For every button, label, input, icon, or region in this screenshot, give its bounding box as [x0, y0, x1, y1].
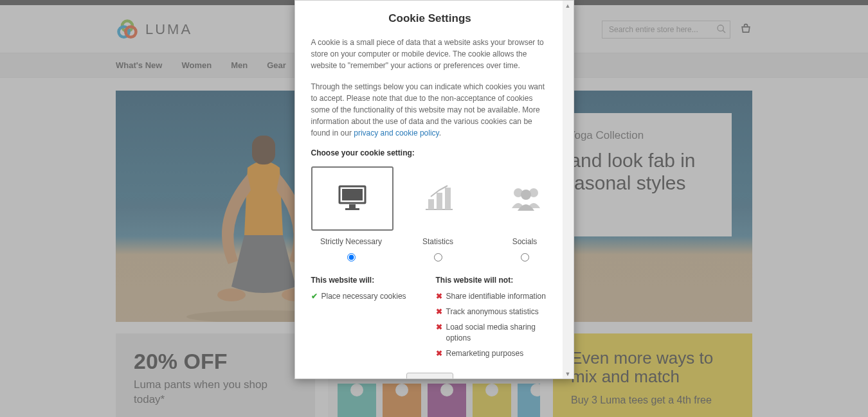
radio-necessary[interactable] [347, 253, 356, 262]
modal-paragraph-2: Through the settings below you can indic… [311, 81, 549, 139]
option-label-socials: Socials [485, 237, 565, 246]
option-box-statistics[interactable] [398, 166, 480, 231]
svg-rect-14 [428, 199, 434, 209]
x-icon: ✖ [436, 291, 442, 301]
will-head: This website will: [311, 276, 424, 285]
monitor-icon [336, 184, 368, 213]
will-list: This website will: ✔Place necessary cook… [311, 276, 424, 364]
svg-rect-11 [349, 204, 356, 208]
option-statistics[interactable]: Statistics [398, 166, 478, 264]
modal-scrollbar[interactable]: ▲ ▼ [563, 1, 574, 378]
cookie-modal: ▲ ▼ Cookie Settings A cookie is a small … [294, 0, 574, 379]
svg-rect-12 [345, 208, 359, 210]
radio-statistics[interactable] [434, 253, 442, 262]
people-icon [509, 184, 543, 213]
svg-rect-10 [342, 189, 363, 200]
list-item: ✖Remarketing purposes [436, 348, 549, 359]
will-not-head: This website will not: [436, 276, 549, 285]
option-label-statistics: Statistics [398, 237, 478, 246]
will-not-item-text: Track anonymous statistics [446, 306, 539, 317]
accept-button[interactable]: Accept [406, 373, 454, 379]
will-not-item-text: Remarketing purposes [446, 348, 524, 359]
choose-label: Choose your cookie setting: [311, 148, 549, 157]
option-box-socials[interactable] [485, 166, 567, 231]
list-item: ✔Place necessary cookies [311, 291, 424, 301]
list-item: ✖Share identifiable information [436, 291, 549, 301]
will-not-list: This website will not: ✖Share identifiab… [436, 276, 549, 364]
svg-rect-16 [445, 188, 451, 209]
modal-overlay[interactable]: ▲ ▼ Cookie Settings A cookie is a small … [0, 0, 868, 417]
list-item: ✖Load social media sharing options [436, 322, 549, 342]
modal-title: Cookie Settings [311, 12, 549, 25]
option-box-necessary[interactable] [311, 166, 393, 231]
will-not-item-text: Share identifiable information [446, 291, 546, 301]
option-socials[interactable]: Socials [485, 166, 565, 264]
will-not-item-text: Load social media sharing options [446, 322, 549, 342]
option-strictly-necessary[interactable]: Strictly Necessary [311, 166, 392, 264]
x-icon: ✖ [436, 306, 442, 317]
svg-rect-15 [437, 193, 442, 209]
svg-point-19 [521, 190, 531, 200]
modal-paragraph-1: A cookie is a small piece of data that a… [311, 37, 549, 71]
scroll-down-icon[interactable]: ▼ [565, 370, 572, 377]
modal-para2-end: . [439, 129, 441, 138]
radio-socials[interactable] [521, 253, 529, 262]
option-label-necessary: Strictly Necessary [311, 237, 392, 246]
x-icon: ✖ [436, 348, 442, 359]
list-item: ✖Track anonymous statistics [436, 306, 549, 317]
bar-chart-icon [423, 184, 455, 213]
privacy-link[interactable]: privacy and cookie policy [354, 129, 439, 138]
x-icon: ✖ [436, 322, 442, 332]
will-item-text: Place necessary cookies [321, 291, 406, 301]
scroll-up-icon[interactable]: ▲ [565, 2, 572, 9]
check-icon: ✔ [311, 291, 318, 301]
